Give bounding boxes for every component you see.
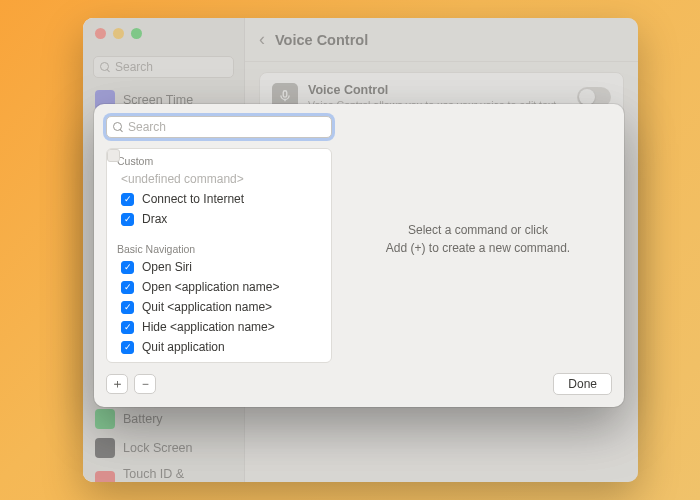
hint-line-2: Add (+) to create a new command. [386, 241, 570, 255]
command-label: Open <application name> [142, 280, 279, 294]
search-icon [113, 122, 124, 133]
command-label: Hide <application name> [142, 320, 275, 334]
hint-line-1: Select a command or click [408, 223, 548, 237]
command-label: Drax [142, 212, 167, 226]
commands-footer: ＋ － Done [106, 363, 612, 395]
command-checkbox[interactable] [121, 301, 134, 314]
command-label: Open Siri [142, 260, 192, 274]
command-checkbox[interactable] [121, 281, 134, 294]
add-command-button[interactable]: ＋ [106, 374, 128, 394]
command-row[interactable]: Quit <application name> [107, 297, 331, 317]
command-row[interactable]: Hide <application name> [107, 317, 331, 337]
command-label: Quit application [142, 340, 225, 354]
command-checkbox[interactable] [121, 321, 134, 334]
commands-list[interactable]: Custom<undefined command>Connect to Inte… [106, 148, 332, 363]
commands-modal: Custom<undefined command>Connect to Inte… [94, 104, 624, 407]
commands-search[interactable] [106, 116, 332, 138]
commands-search-input[interactable] [128, 120, 325, 134]
command-row[interactable]: Connect to Internet [107, 189, 331, 209]
commands-detail-placeholder: Select a command or click Add (+) to cre… [344, 116, 612, 363]
command-row[interactable]: Open <application name> [107, 277, 331, 297]
commands-section-header: Custom [107, 149, 331, 169]
command-checkbox[interactable] [121, 261, 134, 274]
command-checkbox[interactable] [121, 213, 134, 226]
command-row[interactable]: Drax [107, 209, 331, 229]
command-row[interactable]: Quit application [107, 337, 331, 357]
command-checkbox[interactable] [107, 149, 120, 162]
done-button[interactable]: Done [553, 373, 612, 395]
command-label: Connect to Internet [142, 192, 244, 206]
commands-left-panel: Custom<undefined command>Connect to Inte… [106, 116, 332, 363]
commands-section-header: Basic Navigation [107, 237, 331, 257]
command-label: Quit <application name> [142, 300, 272, 314]
command-row[interactable]: <undefined command> [107, 169, 331, 189]
remove-command-button[interactable]: － [134, 374, 156, 394]
command-label: <undefined command> [121, 172, 244, 186]
command-checkbox[interactable] [121, 341, 134, 354]
command-checkbox[interactable] [121, 193, 134, 206]
command-row[interactable]: Open Siri [107, 257, 331, 277]
